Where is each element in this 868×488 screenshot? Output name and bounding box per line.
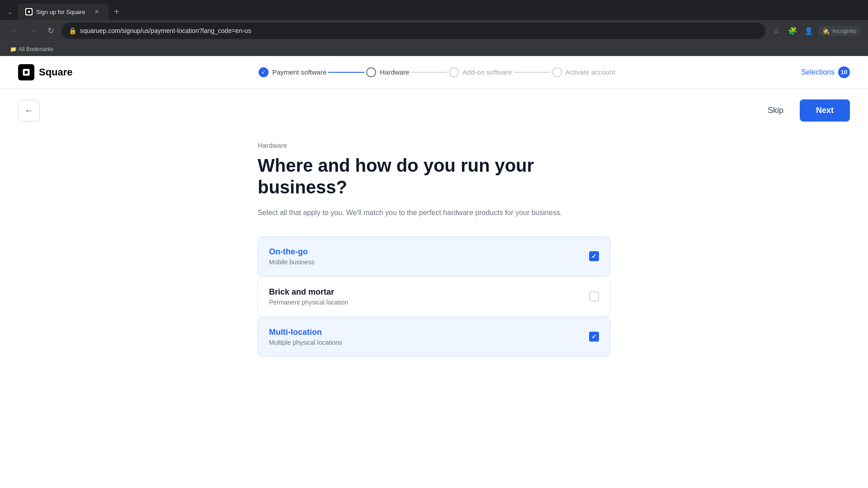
step-label-addon: Add-on software	[462, 68, 512, 76]
profile-button[interactable]: 👤	[802, 23, 816, 38]
forward-button[interactable]: →	[25, 23, 40, 38]
progress-steps: ✓ Payment software Hardware Add-on softw…	[259, 67, 615, 77]
skip-button[interactable]: Skip	[759, 100, 793, 121]
option-info-multi-location: Multi-location Multiple physical locatio…	[269, 328, 342, 346]
option-title-on-the-go: On-the-go	[269, 247, 314, 257]
step-payment-software: ✓ Payment software	[259, 67, 326, 77]
step-circle-payment-software: ✓	[259, 67, 269, 77]
step-hardware: Hardware	[366, 67, 409, 77]
incognito-label: Incognito	[832, 28, 856, 34]
step-circle-hardware	[366, 67, 376, 77]
page-heading: Where and how do you run your business?	[258, 155, 610, 198]
content-area: Hardware Where and how do you run your b…	[258, 132, 610, 384]
step-activate-account: Activate account	[552, 67, 615, 77]
refresh-button[interactable]: ↻	[43, 23, 58, 38]
bookmarks-folder-icon: 📁	[10, 46, 17, 52]
new-tab-button[interactable]: +	[110, 7, 123, 17]
checkbox-brick-and-mortar[interactable]	[589, 291, 599, 301]
step-connector-2	[411, 72, 447, 73]
active-tab: Sign up for Square ×	[18, 4, 108, 20]
checkbox-on-the-go[interactable]	[589, 251, 599, 261]
back-arrow-icon: ←	[24, 105, 33, 116]
address-bar[interactable]: 🔒 squaruep.com/signup/us/payment-locatio…	[61, 23, 765, 39]
option-title-multi-location: Multi-location	[269, 328, 342, 337]
incognito-icon: 🕵	[822, 28, 830, 34]
option-brick-and-mortar[interactable]: Brick and mortar Permanent physical loca…	[258, 277, 610, 316]
step-addon-software: Add-on software	[449, 67, 512, 77]
option-info-brick-and-mortar: Brick and mortar Permanent physical loca…	[269, 287, 348, 306]
step-circle-activate	[552, 67, 562, 77]
action-right: Skip Next	[759, 99, 850, 122]
checkbox-multi-location[interactable]	[589, 332, 599, 342]
svg-rect-1	[28, 11, 30, 13]
nav-bar: ← → ↻ 🔒 squaruep.com/signup/us/payment-l…	[0, 20, 868, 42]
extensions-button[interactable]: 🧩	[785, 23, 800, 38]
step-circle-addon	[449, 67, 459, 77]
nav-actions: ☆ 🧩 👤 🕵 Incognito	[769, 23, 861, 38]
incognito-button[interactable]: 🕵 Incognito	[818, 26, 861, 36]
main-content: ← Skip Next Hardware Where and how do yo…	[0, 89, 868, 384]
option-subtitle-multi-location: Multiple physical locations	[269, 339, 342, 346]
tab-bar: ⌄ Sign up for Square × +	[0, 0, 868, 20]
step-connector-3	[514, 72, 550, 73]
close-tab-button[interactable]: ×	[92, 7, 101, 16]
svg-rect-3	[25, 70, 28, 74]
option-multi-location[interactable]: Multi-location Multiple physical locatio…	[258, 317, 610, 357]
step-label-payment-software: Payment software	[272, 68, 326, 76]
page-description: Select all that apply to you. We'll matc…	[258, 207, 610, 219]
step-label-hardware: Hardware	[380, 68, 409, 76]
option-subtitle-brick-and-mortar: Permanent physical location	[269, 299, 348, 306]
step-label-activate: Activate account	[566, 68, 615, 76]
bookmarks-bar: 📁 All Bookmarks	[0, 42, 868, 56]
option-on-the-go[interactable]: On-the-go Mobile business	[258, 237, 610, 276]
back-button[interactable]: ←	[7, 23, 22, 38]
bookmarks-label: All Bookmarks	[19, 46, 53, 52]
action-bar: ← Skip Next	[18, 89, 850, 132]
section-label: Hardware	[258, 141, 610, 149]
options-list: On-the-go Mobile business Brick and mort…	[258, 237, 610, 357]
tab-title: Sign up for Square	[36, 9, 89, 15]
tab-favicon	[25, 8, 33, 15]
logo-icon	[18, 64, 34, 80]
next-button[interactable]: Next	[800, 99, 850, 122]
lock-icon: 🔒	[69, 27, 76, 34]
back-button[interactable]: ←	[18, 100, 40, 122]
option-subtitle-on-the-go: Mobile business	[269, 258, 314, 266]
url-display: squaruep.com/signup/us/payment-location?…	[80, 27, 758, 34]
bookmark-icon[interactable]: ☆	[769, 23, 783, 38]
browser-chrome: ⌄ Sign up for Square × + ← → ↻ 🔒 squarue…	[0, 0, 868, 56]
page-content: Square ✓ Payment software Hardware Add-o…	[0, 56, 868, 463]
all-bookmarks-button[interactable]: 📁 All Bookmarks	[7, 45, 56, 53]
tab-list-button[interactable]: ⌄	[4, 6, 16, 17]
selections-button[interactable]: Selections 10	[801, 66, 850, 78]
selections-label: Selections	[801, 68, 835, 76]
step-connector-1	[328, 72, 364, 73]
option-title-brick-and-mortar: Brick and mortar	[269, 287, 348, 297]
selections-count: 10	[838, 66, 850, 78]
logo-text: Square	[39, 66, 73, 78]
logo[interactable]: Square	[18, 64, 73, 80]
site-header: Square ✓ Payment software Hardware Add-o…	[0, 56, 868, 89]
option-info-on-the-go: On-the-go Mobile business	[269, 247, 314, 266]
